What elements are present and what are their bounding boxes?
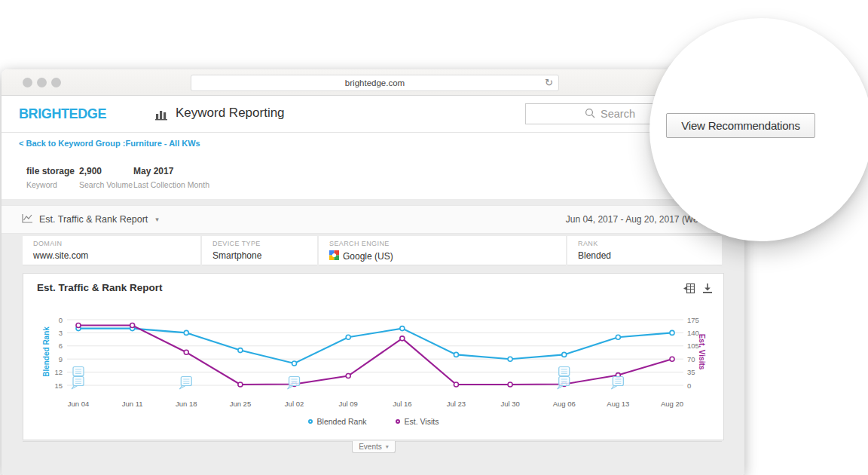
- view-recommendations-button[interactable]: View Recommendations: [666, 113, 815, 138]
- window-zoom-button[interactable]: [51, 78, 61, 87]
- left-axis-tick: 6: [59, 342, 63, 350]
- keyword-value: file storage: [26, 166, 75, 176]
- data-point[interactable]: [670, 330, 674, 335]
- rank-filter-label: RANK: [578, 240, 722, 247]
- data-point[interactable]: [184, 350, 188, 354]
- search-volume-value: 2,900: [79, 166, 133, 176]
- line-chart-icon: [22, 213, 33, 226]
- data-point[interactable]: [454, 352, 458, 357]
- chart-card: Est. Traffic & Rank Report: [23, 273, 724, 440]
- collection-month-value: May 2017: [133, 166, 209, 176]
- left-axis-tick: 9: [59, 355, 63, 363]
- right-axis-tick: 0: [687, 382, 691, 390]
- data-point[interactable]: [508, 357, 512, 361]
- legend-marker-icon: [308, 419, 313, 424]
- series-line: [78, 325, 672, 385]
- data-point[interactable]: [238, 348, 243, 353]
- x-axis-label: Jul 30: [500, 400, 519, 408]
- bar-chart-icon: [155, 107, 169, 124]
- device-type-filter[interactable]: DEVICE TYPE Smartphone: [202, 236, 317, 265]
- traffic-rank-chart: 0369121517514010570350Jun 04Jun 11Jun 18…: [23, 274, 725, 440]
- right-axis-title: Est. Visits: [698, 322, 706, 382]
- data-point[interactable]: [184, 330, 188, 335]
- left-axis-tick: 0: [59, 316, 63, 324]
- legend-marker-icon: [396, 419, 400, 424]
- data-point[interactable]: [670, 357, 674, 361]
- device-type-filter-label: DEVICE TYPE: [212, 240, 317, 247]
- x-axis-label: Aug 06: [553, 400, 576, 408]
- google-icon: [329, 250, 339, 262]
- window-close-button[interactable]: [23, 78, 32, 87]
- rank-filter[interactable]: RANK Blended: [567, 236, 722, 265]
- domain-filter[interactable]: DOMAIN www.site.com: [23, 236, 200, 265]
- window-minimize-button[interactable]: [37, 78, 47, 87]
- collection-month-item: May 2017 Last Collection Month: [133, 166, 209, 189]
- domain-filter-label: DOMAIN: [33, 240, 200, 247]
- data-point[interactable]: [562, 352, 567, 357]
- main-content: < Back to Keyword Group :Furniture - All…: [2, 133, 744, 475]
- domain-filter-value: www.site.com: [33, 250, 200, 261]
- x-axis-label: Aug 20: [661, 400, 683, 408]
- chevron-down-icon: ▾: [155, 216, 159, 223]
- report-selector-bar: Est. Traffic & Rank Report ▾ Jun 04, 201…: [2, 205, 744, 234]
- browser-chrome: brightedge.com ↻: [2, 69, 744, 96]
- x-axis-label: Jun 04: [68, 400, 90, 408]
- filter-bar: DOMAIN www.site.com DEVICE TYPE Smartpho…: [23, 236, 722, 265]
- rank-filter-value: Blended: [578, 250, 722, 261]
- back-link[interactable]: < Back to Keyword Group :Furniture - All…: [19, 139, 200, 148]
- report-type-dropdown[interactable]: Est. Traffic & Rank Report ▾: [22, 206, 159, 233]
- data-point[interactable]: [292, 361, 297, 366]
- x-axis-label: Jun 18: [176, 400, 197, 408]
- x-axis-label: Jul 16: [393, 400, 411, 408]
- search-engine-filter-value: Google (US): [343, 251, 393, 262]
- legend-item-est-visits[interactable]: Est. Visits: [396, 417, 439, 426]
- reload-icon[interactable]: ↻: [545, 75, 553, 90]
- x-axis-label: Jun 25: [230, 400, 252, 408]
- x-axis-label: Jul 02: [285, 400, 304, 408]
- data-point[interactable]: [76, 323, 81, 327]
- right-axis-tick: 35: [687, 368, 695, 376]
- left-axis-tick: 3: [59, 329, 63, 337]
- chart-legend: Blended Rank Est. Visits: [23, 417, 723, 426]
- window-controls[interactable]: [23, 78, 61, 87]
- data-point[interactable]: [454, 382, 458, 387]
- x-axis-label: Jun 11: [122, 400, 143, 408]
- left-axis-title: Blended Rank: [42, 322, 50, 382]
- x-axis-label: Jul 23: [447, 400, 466, 408]
- search-placeholder: Search: [601, 108, 635, 120]
- data-point[interactable]: [130, 323, 135, 327]
- data-point[interactable]: [346, 335, 350, 339]
- search-icon: [585, 108, 595, 121]
- page-title: Keyword Reporting: [176, 106, 285, 121]
- data-point[interactable]: [400, 336, 405, 341]
- event-marker-icon[interactable]: [611, 377, 623, 390]
- magnifier-callout: View Recommendations: [649, 18, 868, 241]
- left-axis-tick: 15: [54, 382, 63, 390]
- data-point[interactable]: [346, 374, 350, 378]
- url-text: brightedge.com: [345, 78, 405, 87]
- keyword-info-item: file storage Keyword: [26, 166, 75, 189]
- event-marker-icon[interactable]: [72, 367, 84, 390]
- data-point[interactable]: [400, 326, 405, 331]
- address-bar[interactable]: brightedge.com ↻: [191, 75, 559, 91]
- data-point[interactable]: [238, 382, 243, 387]
- event-marker-icon[interactable]: [558, 367, 570, 390]
- events-button[interactable]: Events ▾: [352, 441, 396, 453]
- keyword-summary-section: < Back to Keyword Group :Furniture - All…: [2, 133, 744, 199]
- search-input[interactable]: Search: [525, 103, 661, 124]
- search-volume-label: Search Volume: [79, 180, 133, 189]
- app-header: BRIGHTEDGE Keyword Reporting Search: [2, 96, 744, 133]
- x-axis-label: Jul 09: [339, 400, 358, 408]
- event-marker-icon[interactable]: [288, 377, 300, 390]
- data-point[interactable]: [508, 382, 512, 387]
- left-axis-tick: 12: [54, 368, 63, 376]
- report-type-label: Est. Traffic & Rank Report: [39, 214, 148, 225]
- legend-item-blended-rank[interactable]: Blended Rank: [308, 417, 367, 426]
- browser-window: brightedge.com ↻ BRIGHTEDGE Keyword Repo…: [2, 69, 744, 475]
- event-marker-icon[interactable]: [179, 377, 191, 390]
- x-axis-label: Aug 13: [607, 400, 629, 408]
- data-point[interactable]: [616, 335, 620, 339]
- search-volume-item: 2,900 Search Volume: [79, 166, 133, 189]
- keyword-label: Keyword: [26, 180, 75, 189]
- search-engine-filter[interactable]: SEARCH ENGINE Google (US): [319, 236, 566, 265]
